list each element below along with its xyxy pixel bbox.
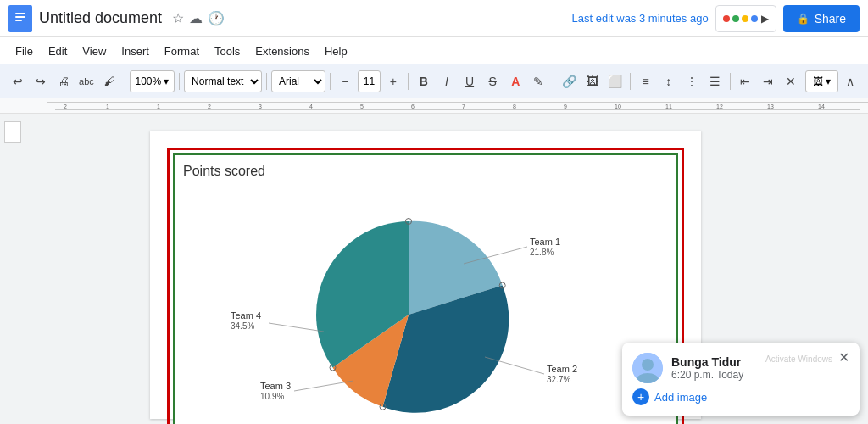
share-button[interactable]: 🔒 Share (783, 5, 860, 32)
link-button[interactable]: 🔗 (559, 70, 580, 93)
team2-percent: 32.7% (547, 375, 570, 384)
svg-text:11: 11 (665, 103, 672, 109)
menu-insert[interactable]: Insert (114, 42, 156, 61)
pie-chart-svg: Team 1 21.8% Team 2 32.7% Team 3 10.9% (222, 187, 629, 424)
add-image-button[interactable]: + Add image (632, 388, 849, 405)
team2-label: Team 2 (547, 364, 577, 374)
font-size-value: 11 (364, 75, 375, 87)
meet-icon-text: ▶ (761, 13, 769, 25)
spellcheck-button[interactable]: abc (75, 70, 97, 93)
history-icon[interactable]: 🕐 (208, 10, 225, 26)
toolbar-separator-3 (266, 73, 267, 90)
menu-format[interactable]: Format (158, 42, 206, 61)
menu-bar: File Edit View Insert Format Tools Exten… (0, 37, 868, 64)
drawing-button[interactable]: ⬜ (604, 70, 626, 93)
add-image-label: Add image (654, 391, 707, 404)
font-size-plus-button[interactable]: + (382, 70, 403, 93)
svg-point-22 (642, 359, 654, 371)
team3-label-line (294, 381, 353, 391)
bold-button[interactable]: B (413, 70, 434, 93)
chart-svg-area: Team 1 21.8% Team 2 32.7% Team 3 10.9% (183, 187, 668, 424)
underline-button[interactable]: U (459, 70, 480, 93)
line-spacing-button[interactable]: ↕ (658, 70, 679, 93)
image-options-icon: 🖼 (813, 75, 823, 87)
paint-format-button[interactable]: 🖌 (99, 70, 120, 93)
svg-rect-3 (15, 20, 22, 21)
star-icon[interactable]: ☆ (172, 10, 184, 26)
indent-decrease-button[interactable]: ⇤ (735, 70, 756, 93)
menu-help[interactable]: Help (318, 42, 354, 61)
svg-text:14: 14 (818, 103, 825, 109)
team4-label: Team 4 (231, 310, 261, 321)
activate-windows-label: Activate Windows (765, 354, 832, 364)
svg-text:2: 2 (64, 103, 67, 109)
redo-button[interactable]: ↪ (30, 70, 51, 93)
zoom-value: 100% (136, 75, 162, 87)
image-options-arrow: ▾ (826, 75, 831, 87)
highlight-button[interactable]: ✎ (528, 70, 549, 93)
notification-popup: Bunga Tidur 6:20 p.m. Today ✕ Activate W… (622, 343, 860, 416)
indent-increase-button[interactable]: ⇥ (758, 70, 779, 93)
print-button[interactable]: 🖨 (53, 70, 74, 93)
ruler: 2 1 1 2 3 4 5 6 7 8 9 10 11 12 13 14 (0, 98, 868, 114)
header-right: ▶ 🔒 Share (715, 5, 860, 32)
chart-inner: Points scored (173, 153, 678, 424)
svg-rect-0 (13, 8, 28, 29)
svg-text:5: 5 (360, 103, 364, 109)
font-size-display: 11 (358, 70, 381, 92)
toolbar-separator-8 (730, 73, 731, 90)
team1-label: Team 1 (530, 237, 560, 247)
ruler-svg: 2 1 1 2 3 4 5 6 7 8 9 10 11 12 13 14 (55, 102, 860, 110)
team1-percent: 21.8% (530, 248, 554, 257)
italic-button[interactable]: I (436, 70, 457, 93)
toolbar-separator-7 (630, 73, 631, 90)
image-insert-button[interactable]: 🖼 (581, 70, 603, 93)
menu-edit[interactable]: Edit (42, 42, 74, 61)
font-select[interactable]: Arial (271, 70, 326, 92)
zoom-selector[interactable]: 100% ▾ (130, 70, 175, 92)
paragraph-style-select[interactable]: Normal text (184, 70, 262, 92)
add-image-plus-icon: + (632, 388, 649, 405)
lock-icon: 🔒 (797, 13, 810, 25)
activate-windows-watermark: Activate Windows (765, 354, 832, 364)
chart-container-outer: Points scored (167, 148, 684, 424)
svg-text:1: 1 (106, 103, 109, 109)
toolbar-separator-5 (408, 73, 409, 90)
toolbar-separator-4 (330, 73, 331, 90)
svg-text:2: 2 (208, 103, 211, 109)
menu-extensions[interactable]: Extensions (248, 42, 316, 61)
chart-title: Points scored (183, 164, 668, 179)
title-icons: ☆ ☁ 🕐 (172, 10, 225, 26)
align-button[interactable]: ≡ (635, 70, 656, 93)
clear-format-button[interactable]: ✕ (781, 70, 802, 93)
toolbar-separator-2 (179, 73, 180, 90)
last-edit-link[interactable]: Last edit was 3 minutes ago (571, 12, 708, 25)
numbered-list-button[interactable]: ☰ (704, 70, 726, 93)
page-thumbnail[interactable] (4, 121, 21, 143)
strikethrough-button[interactable]: S (482, 70, 504, 93)
docs-app-icon (8, 5, 32, 32)
font-color-button[interactable]: A (505, 70, 526, 93)
svg-text:13: 13 (767, 103, 774, 109)
notification-close-button[interactable]: ✕ (838, 349, 849, 365)
undo-button[interactable]: ↩ (7, 70, 28, 93)
left-panel (0, 114, 25, 424)
menu-tools[interactable]: Tools (208, 42, 247, 61)
menu-view[interactable]: View (75, 42, 113, 61)
meet-button[interactable]: ▶ (715, 5, 776, 32)
svg-text:7: 7 (462, 103, 465, 109)
toolbar-collapse-button[interactable]: ∧ (840, 70, 861, 93)
notification-info: Bunga Tidur 6:20 p.m. Today (671, 355, 743, 381)
zoom-arrow: ▾ (164, 75, 169, 87)
svg-text:1: 1 (157, 103, 160, 109)
menu-file[interactable]: File (8, 42, 40, 61)
document-title[interactable]: Untitled document (39, 9, 162, 27)
svg-text:12: 12 (716, 103, 723, 109)
toolbar-image-options[interactable]: 🖼 ▾ (805, 70, 838, 92)
toolbar: ↩ ↪ 🖨 abc 🖌 100% ▾ Normal text Arial − 1… (0, 64, 868, 98)
font-size-minus-button[interactable]: − (335, 70, 356, 93)
team4-label-line (269, 323, 324, 332)
bullet-list-button[interactable]: ⋮ (681, 70, 702, 93)
cloud-icon[interactable]: ☁ (189, 10, 203, 26)
svg-rect-1 (15, 13, 25, 14)
